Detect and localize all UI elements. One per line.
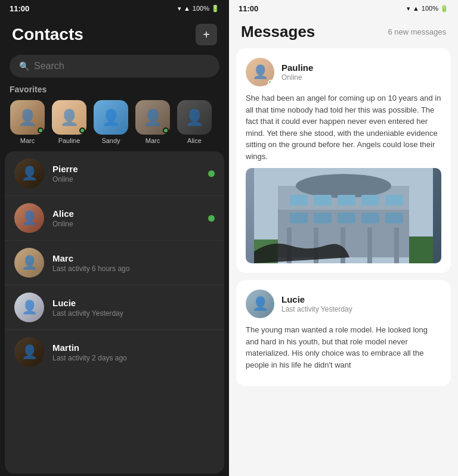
fav-avatar-wrap-alice: 👤 xyxy=(177,100,212,135)
favorites-section: Favorites 👤 Marc 👤 Pauline xyxy=(0,85,229,149)
contact-status-martin: Last activity 2 days ago xyxy=(52,354,215,362)
online-dot-marc2 xyxy=(163,127,169,133)
time-right: 11:00 xyxy=(239,4,258,13)
contact-item-alice[interactable]: 👤 Alice Online xyxy=(5,196,224,241)
time-left: 11:00 xyxy=(10,4,29,13)
status-icons-left: ▾ ▲ 100% 🔋 xyxy=(178,5,219,13)
search-bar[interactable]: 🔍 xyxy=(10,55,219,77)
fav-avatar-wrap: 👤 xyxy=(10,100,45,135)
search-input[interactable] xyxy=(34,61,210,71)
online-dot-pierre xyxy=(208,170,215,177)
contact-info-martin: Martin Last activity 2 days ago xyxy=(52,343,215,362)
contact-item-lucie[interactable]: 👤 Lucie Last activity Yesterday xyxy=(5,285,224,330)
favorites-row: 👤 Marc 👤 Pauline 👤 xyxy=(10,100,219,144)
contact-item-marc[interactable]: 👤 Marc Last activity 6 hours ago xyxy=(5,241,224,285)
contact-info-alice: Alice Online xyxy=(52,209,200,228)
svg-point-3 xyxy=(296,174,391,198)
contact-name-martin: Martin xyxy=(52,343,215,353)
fav-name-pauline: Pauline xyxy=(58,137,81,144)
contact-name-alice: Alice xyxy=(52,209,200,219)
msg-sender-status-pauline: Online xyxy=(281,73,313,82)
message-card-pauline[interactable]: 👤 Pauline Online She had been an angel f… xyxy=(236,48,451,273)
msg-image-pauline xyxy=(246,168,441,263)
fav-name-marc1: Marc xyxy=(20,137,35,144)
svg-rect-20 xyxy=(409,237,433,263)
favorite-item-sandy[interactable]: 👤 Sandy xyxy=(93,100,129,144)
status-icons-right: ▾ ▲ 100% 🔋 xyxy=(407,5,448,13)
contact-avatar-lucie: 👤 xyxy=(14,293,44,322)
msg-sender-status-lucie: Last activity Yesterday xyxy=(281,305,352,313)
svg-rect-12 xyxy=(361,213,379,223)
online-dot-pauline xyxy=(79,127,85,133)
favorite-item-pauline[interactable]: 👤 Pauline xyxy=(51,100,87,144)
contact-avatar-pierre: 👤 xyxy=(14,158,44,188)
favorite-item-marc1[interactable]: 👤 Marc xyxy=(10,100,45,144)
contact-avatar-alice: 👤 xyxy=(14,203,44,233)
wifi-icon: ▾ xyxy=(178,5,181,13)
msg-text-lucie: The young man wanted a role model. He lo… xyxy=(246,324,441,371)
messages-list: 👤 Pauline Online She had been an angel f… xyxy=(229,48,458,476)
contacts-panel: 11:00 ▾ ▲ 100% 🔋 Contacts + 🔍 Favorites … xyxy=(0,0,229,476)
favorite-item-marc2[interactable]: 👤 Marc xyxy=(135,100,171,144)
message-header-pauline: 👤 Pauline Online xyxy=(246,58,441,86)
svg-rect-18 xyxy=(394,228,399,263)
svg-rect-8 xyxy=(385,195,403,206)
svg-rect-16 xyxy=(341,228,345,263)
contact-info-lucie: Lucie Last activity Yesterday xyxy=(52,298,215,318)
online-dot-marc1 xyxy=(38,127,44,133)
svg-rect-17 xyxy=(367,228,372,263)
contact-info-pierre: Pierre Online xyxy=(52,164,200,183)
contacts-title: Contacts xyxy=(12,25,83,44)
contact-status-pierre: Online xyxy=(52,175,200,183)
contacts-header: Contacts + xyxy=(0,17,229,50)
svg-rect-6 xyxy=(338,195,355,206)
battery-text-right: 100% 🔋 xyxy=(422,5,448,13)
contact-name-pierre: Pierre xyxy=(52,164,200,174)
contact-info-marc: Marc Last activity 6 hours ago xyxy=(52,253,215,273)
msg-sender-info-lucie: Lucie Last activity Yesterday xyxy=(281,294,352,313)
fav-avatar-wrap-sandy: 👤 xyxy=(94,100,128,135)
svg-rect-7 xyxy=(361,195,379,206)
signal-icon: ▲ xyxy=(184,5,190,12)
contact-item-pierre[interactable]: 👤 Pierre Online xyxy=(5,151,224,196)
fav-avatar-sandy: 👤 xyxy=(94,100,128,135)
building-image-svg xyxy=(246,168,441,263)
messages-header: Messages 6 new messages xyxy=(229,17,458,48)
fav-avatar-wrap-marc2: 👤 xyxy=(135,100,170,135)
contact-item-martin[interactable]: 👤 Martin Last activity 2 days ago xyxy=(5,330,224,374)
msg-avatar-pauline: 👤 xyxy=(246,58,274,86)
message-card-lucie[interactable]: 👤 Lucie Last activity Yesterday The youn… xyxy=(236,280,451,386)
favorites-title: Favorites xyxy=(10,85,219,94)
fav-avatar-wrap-pauline: 👤 xyxy=(52,100,86,135)
fav-name-marc2: Marc xyxy=(146,137,160,144)
msg-sender-info-pauline: Pauline Online xyxy=(281,63,313,82)
svg-rect-10 xyxy=(314,213,332,223)
messages-panel: 11:00 ▾ ▲ 100% 🔋 Messages 6 new messages… xyxy=(229,0,458,476)
status-bar-left: 11:00 ▾ ▲ 100% 🔋 xyxy=(0,0,229,17)
svg-rect-5 xyxy=(314,195,332,206)
new-messages-badge: 6 new messages xyxy=(388,27,446,36)
msg-avatar-lucie: 👤 xyxy=(246,290,274,318)
add-contact-button[interactable]: + xyxy=(196,24,217,45)
contacts-list: 👤 Pierre Online 👤 Alice Online 👤 Ma xyxy=(5,151,224,474)
contact-name-lucie: Lucie xyxy=(52,298,215,308)
online-dot-alice xyxy=(208,215,215,222)
battery-text: 100% 🔋 xyxy=(193,5,219,13)
contact-name-marc: Marc xyxy=(52,253,215,263)
favorite-item-alice[interactable]: 👤 Alice xyxy=(177,100,212,144)
contact-status-lucie: Last activity Yesterday xyxy=(52,309,215,318)
search-icon: 🔍 xyxy=(19,61,29,71)
svg-rect-4 xyxy=(290,195,308,206)
contact-status-marc: Last activity 6 hours ago xyxy=(52,265,215,273)
svg-rect-11 xyxy=(338,213,355,223)
contact-avatar-marc: 👤 xyxy=(14,248,44,278)
msg-sender-name-lucie: Lucie xyxy=(281,294,352,304)
contact-avatar-martin: 👤 xyxy=(14,337,44,367)
fav-name-alice: Alice xyxy=(187,137,202,144)
wifi-icon-right: ▾ xyxy=(407,5,410,13)
msg-text-pauline: She had been an angel for coming up on 1… xyxy=(246,92,441,162)
fav-name-sandy: Sandy xyxy=(101,137,120,144)
online-indicator-pauline xyxy=(268,80,274,86)
status-bar-right: 11:00 ▾ ▲ 100% 🔋 xyxy=(229,0,458,17)
contact-status-alice: Online xyxy=(52,220,200,228)
